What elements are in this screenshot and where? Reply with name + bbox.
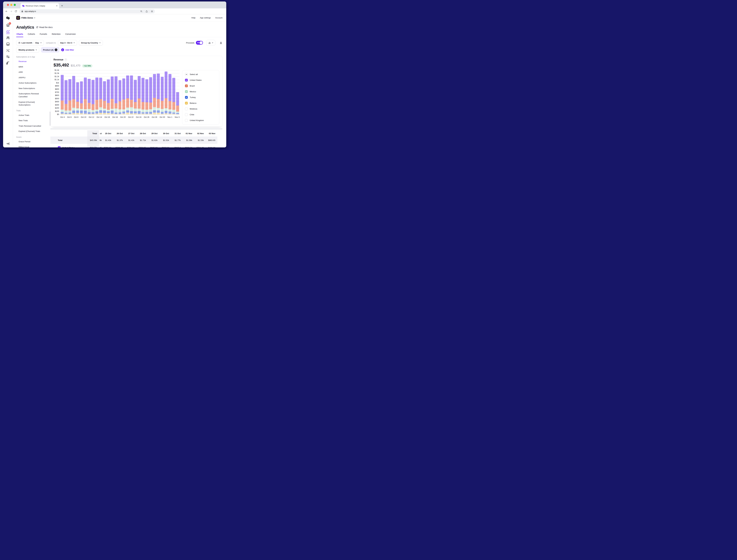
- remove-filter-icon[interactable]: ✕: [55, 48, 57, 51]
- tab-conversion[interactable]: Conversion: [65, 33, 76, 37]
- compare-range-dropdown[interactable]: Sep 3 - Oct 3: [58, 40, 77, 46]
- read-the-docs-link[interactable]: Read the docs: [36, 26, 53, 28]
- bar-oct-15[interactable]: [103, 81, 106, 114]
- bar-oct-12[interactable]: [92, 80, 94, 114]
- legend-item-united-states[interactable]: United States: [185, 77, 217, 83]
- zoom-window-button[interactable]: [14, 4, 16, 6]
- bar-oct-5[interactable]: [65, 80, 68, 114]
- new-tab-button[interactable]: +: [61, 4, 63, 8]
- app-name[interactable]: FitMe Demo: [21, 17, 33, 19]
- sidebar-item-mrr[interactable]: MRR: [16, 65, 43, 68]
- legend-item-select-all[interactable]: Select all: [185, 71, 217, 77]
- back-icon[interactable]: [5, 10, 8, 13]
- checkbox-icon[interactable]: [185, 102, 188, 105]
- legend-item-belarus[interactable]: Belarus: [185, 100, 217, 106]
- bar-oct-10[interactable]: [84, 78, 87, 114]
- nav-home-icon[interactable]: 1: [6, 23, 10, 27]
- help-link[interactable]: Help: [191, 17, 195, 19]
- checkbox-icon[interactable]: [185, 96, 188, 99]
- bar-oct-8[interactable]: [76, 82, 79, 114]
- bookmark-star-icon[interactable]: [151, 10, 153, 13]
- help-tooltip-icon[interactable]: ?: [65, 59, 67, 61]
- bar-oct-6[interactable]: [68, 79, 71, 114]
- bar-nov-2[interactable]: [172, 78, 175, 114]
- bar-oct-21[interactable]: [126, 75, 129, 114]
- legend-item-chile[interactable]: Chile: [185, 112, 217, 117]
- bar-oct-24[interactable]: [138, 76, 141, 114]
- zoom-out-icon[interactable]: [140, 10, 143, 13]
- bar-oct-13[interactable]: [95, 78, 98, 114]
- adapty-logo-icon[interactable]: [6, 16, 10, 20]
- sidebar-item-grace-period[interactable]: Grace Period: [16, 140, 43, 143]
- legend-item-turkey[interactable]: Turkey: [185, 94, 217, 100]
- bar-oct-7[interactable]: [72, 76, 75, 114]
- sidebar-item-new-subscriptions[interactable]: New Subscriptions: [16, 87, 43, 90]
- sidebar-item-revenue[interactable]: Revenue: [16, 60, 43, 63]
- nav-analytics-icon[interactable]: [6, 29, 10, 33]
- traffic-lights[interactable]: [7, 4, 16, 6]
- sidebar-item-active-subscriptions[interactable]: Active Subscriptions: [16, 82, 43, 84]
- app-settings-link[interactable]: App settings: [200, 17, 211, 19]
- legend-item-united-kingdom[interactable]: United Kingdom: [185, 117, 217, 123]
- app-avatar[interactable]: [16, 16, 20, 20]
- sidebar-item-arppu[interactable]: ARPPU: [16, 76, 43, 79]
- bar-oct-4[interactable]: [61, 75, 64, 114]
- close-window-button[interactable]: [7, 4, 9, 6]
- sidebar-item-new-trials[interactable]: New Trials: [16, 119, 43, 122]
- download-icon[interactable]: [219, 41, 222, 44]
- url-bar[interactable]: app.adapty.io: [19, 9, 155, 13]
- bar-oct-28[interactable]: [153, 74, 156, 114]
- bar-oct-14[interactable]: [99, 78, 102, 114]
- proceeds-toggle[interactable]: On: [196, 41, 203, 45]
- row-checkbox-icon[interactable]: [58, 146, 61, 148]
- checkbox-icon[interactable]: [185, 113, 188, 116]
- bar-oct-20[interactable]: [122, 78, 125, 114]
- bar-oct-25[interactable]: [142, 78, 144, 114]
- collapse-sidebar-icon[interactable]: [6, 142, 10, 146]
- legend-item-mexico[interactable]: Mexico: [185, 89, 217, 94]
- checkbox-icon[interactable]: [185, 79, 188, 82]
- checkbox-icon[interactable]: [185, 73, 188, 76]
- products-dropdown[interactable]: Weekly products: [16, 47, 39, 53]
- product-filter-chip[interactable]: Product (4) ✕: [41, 47, 59, 53]
- tab-funnels[interactable]: Funnels: [39, 33, 47, 37]
- bar-oct-9[interactable]: [80, 81, 83, 114]
- sidebar-scrollbar[interactable]: [50, 112, 50, 126]
- bar-oct-26[interactable]: [145, 79, 148, 114]
- sidebar-item-trials-renewal-cancelled[interactable]: Trials Renewal Cancelled: [16, 125, 43, 128]
- date-range-dropdown[interactable]: Last monthDay: [16, 40, 44, 46]
- sidebar-item-expired-churned-subscriptions[interactable]: Expired (Churned) Subscriptions: [16, 101, 43, 106]
- tab-charts[interactable]: Charts: [16, 33, 23, 37]
- chart-type-dropdown[interactable]: [206, 40, 215, 46]
- add-filter-button[interactable]: + Add filter: [61, 48, 74, 51]
- bar-oct-11[interactable]: [88, 79, 91, 114]
- bar-oct-22[interactable]: [130, 75, 133, 114]
- group-by-dropdown[interactable]: Group by Country: [79, 40, 103, 46]
- sidebar-item-active-trials[interactable]: Active Trials: [16, 114, 43, 117]
- nav-integrations-icon[interactable]: [6, 55, 10, 59]
- bar-oct-19[interactable]: [119, 80, 121, 114]
- browser-tab[interactable]: Revenue Chart | Adapty ✕: [20, 3, 59, 8]
- sidebar-item-subscriptions-renewal-cancelled[interactable]: Subscriptions Renewal Cancelled: [16, 92, 43, 98]
- bar-oct-16[interactable]: [107, 79, 110, 114]
- tab-retention[interactable]: Retention: [51, 33, 61, 37]
- tab-close-icon[interactable]: ✕: [56, 5, 58, 7]
- bar-nov-1[interactable]: [168, 74, 171, 114]
- forward-icon[interactable]: [10, 10, 13, 13]
- checkbox-icon[interactable]: [185, 84, 188, 87]
- sidebar-item-arr[interactable]: ARR: [16, 71, 43, 74]
- legend-item-moldova[interactable]: Moldova: [185, 106, 217, 112]
- account-link[interactable]: Account: [215, 17, 222, 19]
- checkbox-icon[interactable]: [185, 107, 188, 110]
- sidebar-item-expired-churned-trials[interactable]: Expired (Churned) Trials: [16, 130, 43, 133]
- nav-ab-test-icon[interactable]: AB: [6, 48, 10, 52]
- checkbox-icon[interactable]: [185, 90, 188, 93]
- sidebar-item-billing-issue[interactable]: Billing Issue: [16, 145, 43, 147]
- tab-cohorts[interactable]: Cohorts: [27, 33, 35, 37]
- checkbox-icon[interactable]: [185, 119, 188, 122]
- legend-item-brazil[interactable]: Brazil: [185, 83, 217, 89]
- bar-oct-23[interactable]: [134, 80, 137, 114]
- reload-icon[interactable]: [15, 10, 17, 13]
- nav-paywalls-icon[interactable]: [6, 42, 10, 46]
- share-icon[interactable]: [145, 10, 148, 13]
